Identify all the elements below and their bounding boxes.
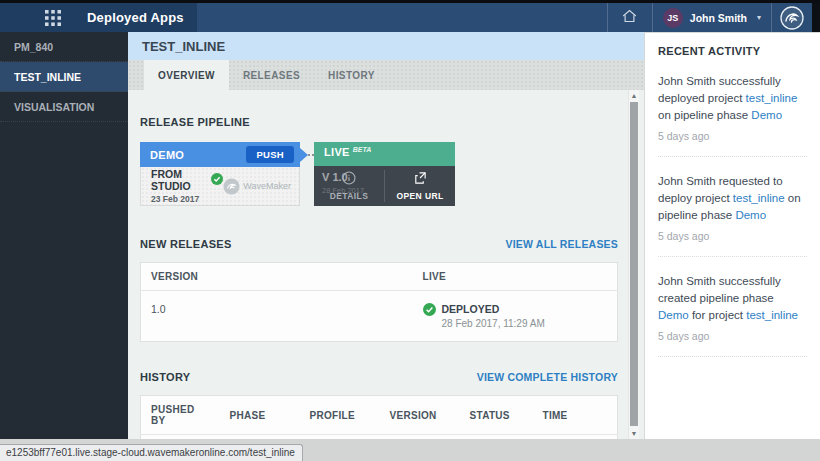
open-url-icon	[413, 171, 427, 189]
open-url-button[interactable]: OPEN URL	[385, 166, 455, 206]
history-heading: HISTORY	[140, 371, 190, 383]
activity-time: 5 days ago	[658, 230, 807, 242]
scrollbar-thumb[interactable]	[630, 102, 638, 426]
phase-link[interactable]: Demo	[658, 309, 689, 321]
phase-link[interactable]: Demo	[735, 209, 766, 221]
open-url-label: OPEN URL	[396, 191, 443, 201]
status-url-tooltip: e1253bff77e01.live.stage-cloud.wavemaker…	[0, 444, 303, 461]
activity-item: John Smith successfully deployed project…	[658, 57, 807, 157]
deploy-status-cell: DEPLOYED 28 Feb 2017, 11:29 AM	[423, 303, 608, 329]
pipeline-cards: DEMO PUSH FROM STUDIO	[140, 142, 618, 206]
wavemaker-logo	[772, 3, 812, 32]
activity-text: John Smith successfully created pipeline…	[658, 273, 807, 324]
live-phase-label: LIVE	[324, 146, 350, 158]
demo-phase-label: DEMO	[150, 149, 184, 161]
user-menu[interactable]: JS John Smith ▾	[653, 3, 771, 32]
window-edge	[812, 3, 820, 32]
demo-card-header: DEMO PUSH	[140, 142, 300, 167]
activity-text-part: for project	[689, 309, 747, 321]
table-header-row: PUSHED BY PHASE PROFILE VERSION STATUS T…	[141, 396, 618, 435]
table-header-row: VERSION LIVE	[141, 263, 618, 291]
push-button[interactable]: PUSH	[246, 146, 294, 163]
deployed-apps-window: Deployed Apps JS John Smith ▾	[0, 0, 820, 461]
activity-text-part: John Smith successfully created pipeline…	[658, 275, 781, 304]
scroll-up-arrow[interactable]: ▲	[629, 90, 639, 101]
new-releases-table: VERSION LIVE 1.0	[140, 262, 618, 342]
live-card-header: LIVE BETA	[314, 142, 455, 166]
activity-item: John Smith requested to deploy project t…	[658, 157, 807, 257]
topbar-right: JS John Smith ▾	[607, 3, 820, 32]
project-link[interactable]: test_inline	[746, 309, 798, 321]
tab-history[interactable]: HISTORY	[314, 60, 389, 90]
success-check-icon	[423, 303, 436, 318]
phase-link[interactable]: Demo	[751, 109, 782, 121]
details-button[interactable]: DETAILS	[314, 166, 384, 206]
live-card-body: V 1.0 28 Feb 2017, DETAIL	[314, 166, 455, 206]
column-status: STATUS	[460, 396, 533, 435]
table-row: 1.0 DEPLOYED	[141, 291, 618, 342]
sidebar-item-label: VISUALISATION	[14, 101, 94, 113]
demo-card-body: FROM STUDIO 23 Feb 2017	[140, 167, 300, 206]
column-profile: PROFILE	[300, 396, 380, 435]
sidebar-item-label: PM_840	[14, 41, 53, 53]
vertical-scrollbar[interactable]: ▲ ▼	[628, 90, 639, 439]
new-releases-heading-row: NEW RELEASES VIEW ALL RELEASES	[140, 238, 618, 250]
home-icon	[621, 8, 638, 27]
recent-activity-panel: RECENT ACTIVITY John Smith successfully …	[644, 32, 820, 439]
app-title: Deployed Apps	[87, 10, 184, 25]
from-studio-label: FROM STUDIO	[151, 168, 207, 192]
view-complete-history-link[interactable]: VIEW COMPLETE HISTORY	[477, 371, 618, 383]
info-icon	[342, 171, 356, 189]
tab-overview[interactable]: OVERVIEW	[144, 60, 229, 90]
project-link[interactable]: test_inline	[746, 92, 798, 104]
user-name: John Smith	[690, 12, 747, 24]
recent-activity-heading: RECENT ACTIVITY	[658, 45, 807, 57]
release-pipeline-heading: RELEASE PIPELINE	[140, 116, 618, 128]
project-link[interactable]: test_inline	[733, 192, 785, 204]
column-version: VERSION	[380, 396, 460, 435]
column-time: TIME	[533, 396, 618, 435]
wavemaker-mini-logo: WaveMaker	[223, 178, 291, 195]
new-releases-heading: NEW RELEASES	[140, 238, 232, 250]
history-heading-row: HISTORY VIEW COMPLETE HISTORY	[140, 371, 618, 383]
success-check-icon	[211, 173, 223, 187]
apps-grid-icon[interactable]	[45, 10, 61, 26]
deploy-status: DEPLOYED	[442, 303, 545, 315]
avatar: JS	[663, 8, 683, 28]
main-panel: TEST_INLINE OVERVIEW RELEASES HISTORY RE…	[128, 32, 644, 439]
wavemaker-logo-text: WaveMaker	[243, 181, 291, 191]
tab-releases[interactable]: RELEASES	[229, 60, 314, 90]
sidebar-item-label: TEST_INLINE	[14, 71, 81, 83]
live-phase-card: LIVE BETA V 1.0 28 Feb 2017,	[314, 142, 455, 206]
brand-section: Deployed Apps	[0, 3, 197, 32]
activity-text: John Smith requested to deploy project t…	[658, 173, 807, 224]
column-live: LIVE	[413, 263, 618, 291]
demo-phase-card: DEMO PUSH FROM STUDIO	[140, 142, 300, 206]
home-button[interactable]	[608, 3, 652, 32]
activity-text-part: on pipeline phase	[658, 109, 751, 121]
activity-text: John Smith successfully deployed project…	[658, 73, 807, 124]
release-version: 1.0	[141, 291, 413, 342]
beta-badge: BETA	[353, 146, 372, 153]
sidebar-item-pm-840[interactable]: PM_840	[0, 32, 128, 62]
history-table: PUSHED BY PHASE PROFILE VERSION STATUS T…	[140, 395, 618, 439]
activity-time: 5 days ago	[658, 130, 807, 142]
column-pushed-by: PUSHED BY	[141, 396, 220, 435]
overview-content: RELEASE PIPELINE DEMO PUSH FROM STUDIO	[128, 90, 644, 439]
topbar: Deployed Apps JS John Smith ▾	[0, 0, 820, 32]
column-phase: PHASE	[220, 396, 300, 435]
activity-time: 5 days ago	[658, 330, 807, 342]
sidebar-item-visualisation[interactable]: VISUALISATION	[0, 92, 128, 122]
activity-divider	[658, 356, 807, 357]
demo-deploy-date: 23 Feb 2017	[151, 194, 223, 204]
view-all-releases-link[interactable]: VIEW ALL RELEASES	[506, 238, 619, 250]
sidebar-item-test-inline[interactable]: TEST_INLINE	[0, 62, 128, 92]
scroll-down-arrow[interactable]: ▼	[629, 428, 639, 439]
details-label: DETAILS	[330, 191, 369, 201]
column-version: VERSION	[141, 263, 413, 291]
page-title: TEST_INLINE	[128, 32, 644, 60]
projects-sidebar: PM_840 TEST_INLINE VISUALISATION	[0, 32, 128, 439]
tabstrip: OVERVIEW RELEASES HISTORY	[128, 60, 644, 90]
chevron-down-icon: ▾	[757, 13, 761, 22]
deploy-time: 28 Feb 2017, 11:29 AM	[442, 318, 545, 329]
